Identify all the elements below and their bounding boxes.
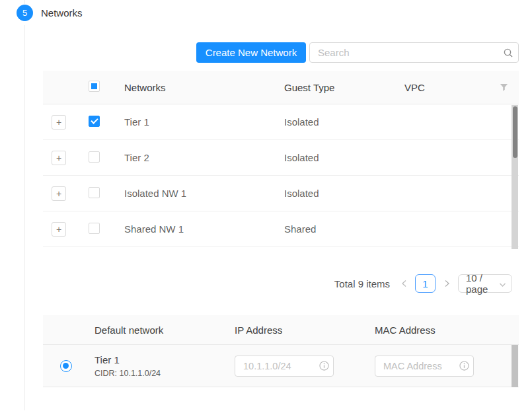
scrollbar-thumb[interactable] — [512, 345, 518, 387]
default-network-name: Tier 1 — [95, 354, 228, 366]
table-row: + Shared NW 1 Shared — [43, 211, 519, 247]
row-checkbox[interactable] — [89, 223, 100, 234]
step-number-badge: 5 — [17, 5, 33, 21]
table-row: + Tier 2 Isolated — [43, 140, 519, 176]
info-icon[interactable] — [455, 361, 473, 371]
column-header-guest-type: Guest Type — [278, 82, 397, 93]
guest-type-value: Isolated — [278, 116, 397, 128]
column-header-vpc: VPC — [397, 82, 490, 93]
create-new-network-button[interactable]: Create New Network — [196, 42, 306, 63]
networks-step-page: { "colors": { "primary": "#1890ff", "hea… — [0, 0, 532, 415]
ip-address-input[interactable] — [235, 361, 315, 371]
guest-type-value: Isolated — [278, 152, 397, 163]
column-header-ip-address: IP Address — [228, 324, 368, 336]
scrollbar-thumb[interactable] — [513, 106, 517, 158]
vertical-scrollbar[interactable] — [512, 345, 518, 387]
chevron-down-icon — [499, 278, 506, 289]
guest-type-value: Isolated — [278, 188, 397, 199]
search-icon[interactable] — [498, 48, 518, 58]
table-row: + Tier 1 Isolated — [43, 104, 519, 140]
default-network-radio[interactable] — [60, 360, 72, 372]
column-header-default-network: Default network — [86, 324, 228, 336]
page-size-select[interactable]: 10 / page — [458, 274, 512, 293]
page-1-button[interactable]: 1 — [415, 274, 436, 293]
network-name: Shared NW 1 — [116, 223, 278, 235]
search-input[interactable] — [310, 47, 498, 58]
expand-row-button[interactable]: + — [52, 222, 66, 237]
next-page-button[interactable] — [441, 274, 452, 293]
expand-row-button[interactable]: + — [52, 115, 66, 130]
default-network-table: Default network IP Address MAC Address T… — [43, 315, 519, 387]
networks-table-header: Networks Guest Type VPC — [43, 71, 519, 104]
row-checkbox[interactable] — [89, 187, 100, 198]
column-header-networks: Networks — [116, 82, 278, 93]
expand-row-button[interactable]: + — [52, 186, 66, 201]
table-row: + Isolated NW 1 Isolated — [43, 176, 519, 211]
row-checkbox[interactable] — [89, 151, 100, 163]
network-name: Tier 2 — [116, 152, 278, 163]
search-box[interactable] — [309, 42, 519, 63]
step-title: Networks — [41, 7, 83, 19]
step-connector-line — [24, 0, 25, 4]
expand-row-button[interactable]: + — [52, 151, 66, 165]
default-network-cidr: CIDR: 10.1.1.0/24 — [95, 369, 228, 378]
vertical-scrollbar[interactable] — [512, 105, 518, 249]
mac-address-field[interactable] — [375, 356, 474, 377]
row-checkbox[interactable] — [89, 116, 100, 127]
pagination-total-label: Total 9 items — [334, 278, 390, 289]
network-name: Tier 1 — [116, 116, 278, 128]
step-connector-line — [24, 25, 25, 410]
select-all-checkbox[interactable] — [89, 81, 100, 92]
default-network-row: Tier 1 CIDR: 10.1.1.0/24 — [43, 345, 519, 387]
previous-page-button[interactable] — [399, 274, 409, 293]
default-network-table-header: Default network IP Address MAC Address — [43, 315, 519, 345]
pagination: Total 9 items 1 10 / page — [43, 274, 512, 293]
info-icon[interactable] — [315, 361, 333, 371]
networks-table: Networks Guest Type VPC + Tier 1 Isolate… — [43, 71, 519, 247]
mac-address-input[interactable] — [375, 361, 455, 371]
page-size-value: 10 / page — [466, 272, 499, 295]
guest-type-value: Shared — [278, 223, 397, 235]
column-header-mac-address: MAC Address — [368, 324, 519, 336]
filter-icon[interactable] — [490, 83, 519, 92]
network-name: Isolated NW 1 — [116, 188, 278, 199]
ip-address-field[interactable] — [235, 356, 334, 377]
